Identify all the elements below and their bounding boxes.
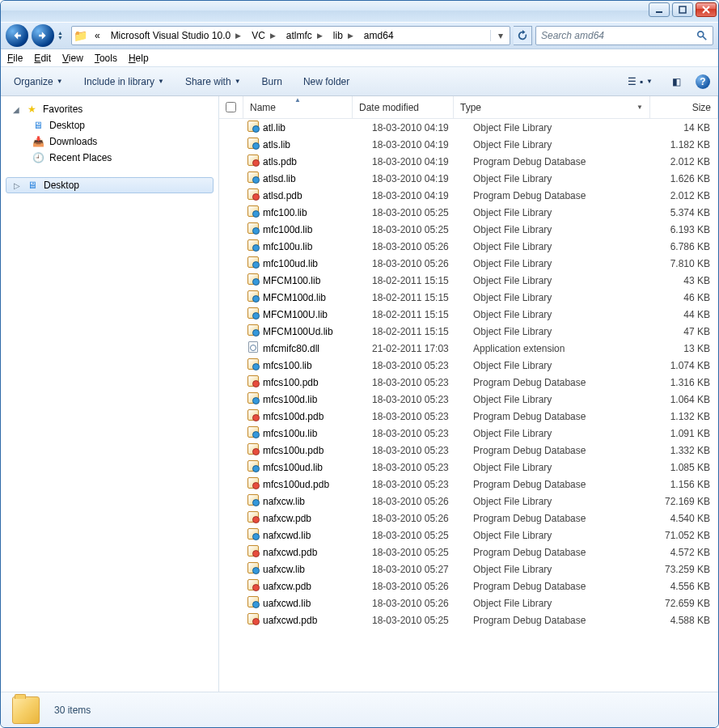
file-size: 73.259 KB (650, 564, 718, 575)
address-bar[interactable]: 📁 « Microsoft Visual Studio 10.0▶ VC▶ at… (71, 26, 510, 45)
file-row[interactable]: mfcs100d.lib18-03-2010 05:23Object File … (219, 391, 718, 408)
file-name: mfcs100ud.pdb (263, 479, 372, 490)
breadcrumb-item[interactable]: amd64 (359, 27, 400, 44)
file-date: 21-02-2011 17:03 (372, 343, 473, 354)
file-row[interactable]: uafxcw.pdb18-03-2010 05:26Program Debug … (219, 578, 718, 595)
file-row[interactable]: mfcs100u.pdb18-03-2010 05:23Program Debu… (219, 442, 718, 459)
file-row[interactable]: nafxcwd.lib18-03-2010 05:25Object File L… (219, 527, 718, 544)
file-name: atl.lib (263, 122, 372, 133)
column-checkbox[interactable] (219, 96, 243, 118)
sidebar-item-desktop-root[interactable]: ▷🖥Desktop (6, 177, 214, 193)
file-size: 5.374 KB (650, 207, 718, 218)
file-row[interactable]: mfcs100u.lib18-03-2010 05:23Object File … (219, 425, 718, 442)
favorites-header[interactable]: ◢★Favorites (1, 101, 218, 117)
column-date[interactable]: Date modified (353, 96, 454, 118)
search-placeholder: Search amd64 (541, 30, 604, 41)
file-size: 1.085 KB (650, 462, 718, 473)
breadcrumb-item[interactable]: lib▶ (328, 27, 359, 44)
folder-icon: 📁 (72, 29, 90, 42)
menu-help[interactable]: Help (129, 53, 149, 64)
file-row[interactable]: atlsd.lib18-03-2010 04:19Object File Lib… (219, 170, 718, 187)
file-name: atlsd.pdb (263, 190, 372, 201)
search-input[interactable]: Search amd64 (535, 26, 713, 45)
column-size[interactable]: Size (650, 96, 718, 118)
file-row[interactable]: atlsd.pdb18-03-2010 04:19Program Debug D… (219, 187, 718, 204)
file-row[interactable]: MFCM100Ud.lib18-02-2011 15:15Object File… (219, 323, 718, 340)
preview-pane-button[interactable]: ◧ (667, 73, 686, 91)
breadcrumb-prefix[interactable]: « (90, 27, 106, 44)
file-row[interactable]: mfcmifc80.dll21-02-2011 17:03Application… (219, 340, 718, 357)
file-size: 71.052 KB (650, 530, 718, 541)
breadcrumb-item[interactable]: VC▶ (247, 27, 281, 44)
file-row[interactable]: uafxcwd.lib18-03-2010 05:26Object File L… (219, 595, 718, 612)
share-with-button[interactable]: Share with▼ (180, 73, 246, 91)
file-row[interactable]: nafxcwd.pdb18-03-2010 05:25Program Debug… (219, 544, 718, 561)
file-row[interactable]: mfcs100.pdb18-03-2010 05:23Program Debug… (219, 374, 718, 391)
include-library-button[interactable]: Include in library▼ (79, 73, 169, 91)
new-folder-button[interactable]: New folder (298, 73, 354, 91)
burn-button[interactable]: Burn (257, 73, 287, 91)
file-icon (243, 579, 263, 593)
file-row[interactable]: mfc100u.lib18-03-2010 05:26Object File L… (219, 238, 718, 255)
file-name: nafxcw.lib (263, 496, 372, 507)
file-row[interactable]: MFCM100U.lib18-02-2011 15:15Object File … (219, 306, 718, 323)
breadcrumb-item[interactable]: atlmfc▶ (281, 27, 328, 44)
file-icon (243, 545, 263, 559)
sidebar-item-desktop[interactable]: 🖥Desktop (1, 117, 218, 133)
address-dropdown[interactable]: ▾ (490, 30, 510, 41)
view-options-button[interactable]: ☰ ▪▼ (623, 73, 658, 91)
file-row[interactable]: mfc100ud.lib18-03-2010 05:26Object File … (219, 255, 718, 272)
nav-recent-button[interactable]: ▲▼ (57, 31, 63, 40)
file-date: 18-03-2010 05:25 (372, 530, 473, 541)
sidebar-item-downloads[interactable]: 📥Downloads (1, 133, 218, 150)
file-row[interactable]: nafxcw.pdb18-03-2010 05:26Program Debug … (219, 510, 718, 527)
file-size: 1.074 KB (650, 360, 718, 371)
file-icon (243, 409, 263, 423)
nav-forward-button[interactable] (32, 24, 54, 47)
file-row[interactable]: MFCM100.lib18-02-2011 15:15Object File L… (219, 272, 718, 289)
nav-back-button[interactable] (6, 24, 28, 47)
file-name: MFCM100Ud.lib (263, 326, 372, 337)
column-type[interactable]: Type▼ (454, 96, 650, 118)
downloads-icon: 📥 (32, 136, 44, 147)
refresh-button[interactable] (514, 26, 532, 45)
file-row[interactable]: uafxcw.lib18-03-2010 05:27Object File Li… (219, 561, 718, 578)
file-row[interactable]: atl.lib18-03-2010 04:19Object File Libra… (219, 119, 718, 136)
file-name: nafxcwd.pdb (263, 547, 372, 558)
column-name[interactable]: ▲Name (243, 96, 353, 118)
file-row[interactable]: nafxcw.lib18-03-2010 05:26Object File Li… (219, 493, 718, 510)
file-type: Object File Library (473, 173, 650, 184)
maximize-button[interactable] (672, 2, 693, 17)
menu-tools[interactable]: Tools (95, 53, 117, 64)
minimize-button[interactable] (649, 2, 670, 17)
breadcrumb-item[interactable]: Microsoft Visual Studio 10.0▶ (106, 27, 247, 44)
file-icon (243, 562, 263, 576)
file-row[interactable]: mfcs100ud.pdb18-03-2010 05:23Program Deb… (219, 476, 718, 493)
file-date: 18-03-2010 05:26 (372, 598, 473, 609)
file-size: 1.132 KB (650, 411, 718, 422)
file-type: Object File Library (473, 598, 650, 609)
file-row[interactable]: MFCM100d.lib18-02-2011 15:15Object File … (219, 289, 718, 306)
file-row[interactable]: atls.lib18-03-2010 04:19Object File Libr… (219, 136, 718, 153)
file-row[interactable]: mfcs100ud.lib18-03-2010 05:23Object File… (219, 459, 718, 476)
file-row[interactable]: mfcs100.lib18-03-2010 05:23Object File L… (219, 357, 718, 374)
file-row[interactable]: mfcs100d.pdb18-03-2010 05:23Program Debu… (219, 408, 718, 425)
titlebar (1, 1, 718, 22)
file-row[interactable]: mfc100.lib18-03-2010 05:25Object File Li… (219, 204, 718, 221)
file-row[interactable]: uafxcwd.pdb18-03-2010 05:25Program Debug… (219, 612, 718, 629)
search-icon (696, 30, 708, 41)
organize-button[interactable]: Organize▼ (9, 73, 68, 91)
file-date: 18-03-2010 05:25 (372, 615, 473, 626)
select-all-checkbox[interactable] (226, 102, 236, 112)
close-button[interactable] (696, 2, 717, 17)
file-icon (243, 460, 263, 474)
sidebar-item-recent[interactable]: 🕘Recent Places (1, 150, 218, 166)
help-button[interactable]: ? (696, 74, 710, 89)
menu-view[interactable]: View (62, 53, 83, 64)
file-row[interactable]: mfc100d.lib18-03-2010 05:25Object File L… (219, 221, 718, 238)
menu-edit[interactable]: Edit (34, 53, 51, 64)
file-size: 1.091 KB (650, 428, 718, 439)
file-row[interactable]: atls.pdb18-03-2010 04:19Program Debug Da… (219, 153, 718, 170)
file-date: 18-02-2011 15:15 (372, 292, 473, 303)
menu-file[interactable]: File (7, 53, 23, 64)
